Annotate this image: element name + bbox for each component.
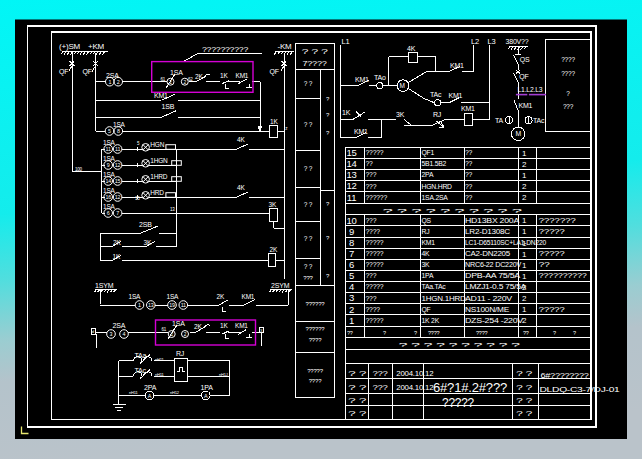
svg-text:12: 12	[346, 180, 356, 191]
svg-text:??????????: ??????????	[539, 272, 588, 279]
svg-text:380V??: 380V??	[506, 38, 529, 45]
svg-text:1K 2K: 1K 2K	[422, 317, 440, 324]
svg-text:? ?: ? ?	[304, 165, 313, 172]
svg-text:?????: ?????	[366, 250, 384, 257]
svg-text:LMZJ1-0.5 75/5A: LMZJ1-0.5 75/5A	[465, 283, 527, 290]
svg-text:1SYM: 1SYM	[95, 282, 114, 289]
svg-text:????: ????	[561, 56, 575, 63]
svg-text:?????: ?????	[366, 283, 384, 290]
svg-text:? ?: ? ?	[304, 201, 313, 208]
svg-text:L2: L2	[471, 37, 479, 46]
svg-text:KM1: KM1	[242, 293, 255, 300]
svg-text:7: 7	[349, 248, 354, 259]
svg-text:KM1: KM1	[449, 92, 463, 99]
svg-text:3K: 3K	[144, 239, 152, 246]
svg-text:TAc: TAc	[533, 117, 545, 124]
svg-text:? ? ? ? ? ? ? ? ? ?: ? ? ? ? ? ? ? ? ? ?	[399, 341, 522, 348]
svg-text:KM1: KM1	[461, 105, 475, 112]
svg-text:LC1-D65110SC+LA1-DN220: LC1-D65110SC+LA1-DN220	[465, 239, 546, 246]
svg-text:??????: ??????	[366, 194, 388, 201]
svg-text:HRD: HRD	[150, 189, 164, 196]
svg-text:?????: ?????	[366, 261, 384, 268]
svg-text:1SA: 1SA	[103, 187, 116, 194]
svg-text:A: A	[148, 393, 152, 399]
svg-text:1SA.2SA: 1SA.2SA	[422, 194, 449, 201]
svg-text:12: 12	[115, 162, 121, 168]
svg-text:?: ?	[383, 330, 386, 336]
svg-text:1SA: 1SA	[129, 293, 142, 300]
svg-text:RJ: RJ	[176, 350, 184, 357]
svg-text:TAa: TAa	[135, 352, 147, 359]
svg-text:2004.10.12: 2004.10.12	[396, 370, 433, 377]
svg-text:7????: 7????	[303, 60, 328, 67]
svg-text:KM1: KM1	[354, 128, 368, 135]
svg-text:? ?: ? ?	[304, 263, 313, 270]
svg-text:KM1: KM1	[355, 76, 369, 83]
svg-text:1SA: 1SA	[103, 203, 116, 210]
svg-text:3: 3	[349, 292, 354, 303]
svg-text:?????: ?????	[539, 250, 566, 257]
svg-text:2PA: 2PA	[422, 171, 434, 178]
svg-text:QF: QF	[422, 306, 431, 314]
svg-text:??: ??	[465, 149, 473, 156]
svg-text:QF: QF	[519, 73, 528, 81]
svg-text:????: ????	[309, 337, 322, 343]
svg-text:62: 62	[188, 77, 193, 82]
svg-text:NRC6-22 DC220V: NRC6-22 DC220V	[465, 261, 522, 268]
svg-text:?: ?	[553, 330, 556, 336]
svg-text:13: 13	[346, 169, 356, 180]
svg-text:1SA: 1SA	[167, 293, 180, 300]
svg-text:5: 5	[108, 128, 111, 134]
svg-text:KM1: KM1	[236, 72, 249, 79]
svg-text:1SB: 1SB	[162, 103, 175, 110]
svg-text:KM1: KM1	[235, 322, 248, 329]
svg-text:TA: TA	[495, 117, 504, 124]
svg-text:3: 3	[110, 331, 113, 337]
svg-text:1SA: 1SA	[103, 171, 116, 178]
svg-text:???: ???	[366, 295, 377, 302]
svg-text:LR2-D1308C: LR2-D1308C	[465, 228, 510, 235]
svg-text:nH1J: nH1J	[219, 372, 228, 377]
svg-text:RJ: RJ	[422, 228, 430, 235]
svg-text:1K: 1K	[113, 253, 121, 260]
svg-text:9: 9	[349, 226, 354, 237]
svg-text:1K: 1K	[270, 118, 278, 125]
svg-text:15: 15	[115, 178, 121, 184]
svg-text:4K: 4K	[237, 136, 245, 143]
svg-text:?????: ?????	[442, 395, 474, 410]
svg-text:??: ??	[523, 330, 529, 336]
svg-text:15: 15	[135, 196, 140, 201]
svg-text:?????: ?????	[307, 368, 324, 374]
svg-text:???: ???	[373, 384, 389, 391]
svg-text:? ?: ? ?	[516, 410, 533, 417]
svg-text:2K: 2K	[195, 73, 203, 80]
svg-text:L1: L1	[342, 37, 350, 46]
svg-text:12: 12	[115, 194, 121, 200]
svg-text:? ?: ? ?	[516, 370, 533, 377]
svg-text:15: 15	[346, 147, 356, 158]
svg-text:? ?: ? ?	[348, 397, 367, 404]
svg-text:QS: QS	[422, 217, 432, 225]
svg-text:nH12: nH12	[170, 390, 180, 395]
svg-text:1PA: 1PA	[422, 272, 434, 279]
svg-text:4K: 4K	[407, 45, 416, 52]
svg-text:???: ???	[373, 370, 389, 377]
svg-text:??: ??	[465, 171, 473, 178]
svg-text:4K: 4K	[422, 250, 431, 257]
svg-text:6: 6	[107, 210, 110, 216]
svg-text:11: 11	[106, 146, 111, 152]
svg-text:DZS-254 -220V: DZS-254 -220V	[465, 317, 524, 324]
svg-text:L3: L3	[488, 37, 496, 46]
svg-text:?????: ?????	[366, 149, 384, 156]
svg-text:8: 8	[349, 237, 354, 248]
svg-text:1SA: 1SA	[172, 320, 185, 327]
svg-text:1PA: 1PA	[201, 384, 214, 391]
svg-text:??????: ??????	[306, 326, 326, 332]
svg-text:HGN: HGN	[150, 141, 164, 148]
svg-text:???????: ???????	[539, 217, 577, 224]
svg-text:?????: ?????	[366, 317, 384, 324]
svg-text:3K: 3K	[396, 111, 405, 118]
svg-text:nH11: nH11	[155, 372, 164, 377]
svg-text:DLDQ-C3-7/DJ-01: DLDQ-C3-7/DJ-01	[540, 385, 620, 394]
svg-text:2004.10.12: 2004.10.12	[396, 384, 433, 391]
